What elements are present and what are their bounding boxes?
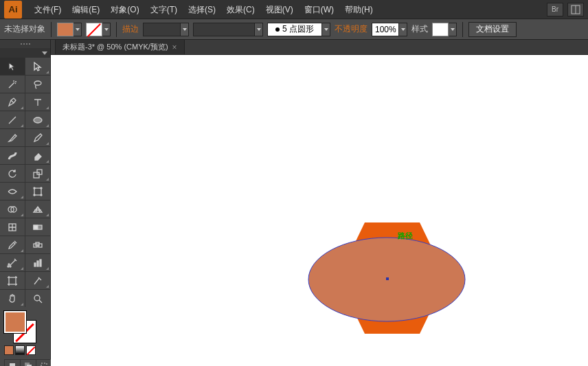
hand-tool[interactable] (0, 290, 25, 307)
svg-rect-22 (34, 263, 36, 266)
paintbrush-tool[interactable] (0, 129, 25, 146)
menu-view[interactable]: 视图(V) (260, 0, 299, 19)
chevron-down-icon (255, 23, 263, 36)
fill-stroke-control[interactable] (4, 311, 36, 343)
selection-tool[interactable] (0, 58, 25, 75)
rotate-tool[interactable] (0, 165, 25, 182)
lasso-tool[interactable] (25, 76, 50, 93)
brush-dot-icon (275, 27, 280, 32)
symbol-sprayer-tool[interactable] (0, 254, 25, 271)
direct-selection-tool[interactable] (25, 58, 50, 75)
chevron-down-icon (181, 23, 189, 36)
color-mode-gradient[interactable] (15, 345, 25, 355)
draw-normal-mode[interactable] (5, 360, 20, 366)
panel-grip-icon[interactable] (0, 40, 50, 48)
color-mode-solid[interactable] (4, 345, 14, 355)
tool-grid (0, 58, 50, 307)
menu-edit[interactable]: 编辑(E) (67, 0, 105, 19)
workspace[interactable]: 路径 (51, 55, 588, 366)
slice-tool[interactable] (25, 272, 50, 289)
svg-rect-27 (10, 363, 15, 366)
close-icon[interactable]: × (172, 43, 177, 52)
svg-point-7 (34, 187, 35, 189)
menu-file[interactable]: 文件(F) (29, 0, 67, 19)
width-tool[interactable] (0, 183, 25, 200)
svg-point-3 (34, 117, 42, 123)
pencil-tool[interactable] (25, 129, 50, 146)
artboard[interactable]: 路径 (51, 55, 588, 366)
svg-rect-4 (34, 172, 39, 178)
shape-builder-tool[interactable] (0, 201, 25, 218)
pen-tool[interactable] (0, 93, 25, 111)
menu-help[interactable]: 帮助(H) (339, 0, 378, 19)
column-graph-tool[interactable] (25, 254, 50, 271)
stroke-weight-field[interactable] (143, 23, 189, 36)
smart-guide-label: 路径 (398, 231, 413, 241)
svg-point-2 (34, 81, 41, 85)
tab-title: 未标题-3* @ 50% (CMYK/预览) (63, 42, 168, 52)
panel-collapse-icon[interactable] (0, 48, 50, 58)
svg-point-20 (10, 266, 11, 267)
svg-point-9 (34, 194, 35, 196)
opacity-field[interactable]: 100% (372, 23, 407, 36)
control-bar: 未选择对象 描边 5 点圆形 不透明度 100% 样式 文档设置 (0, 19, 588, 40)
vw-value (193, 23, 255, 36)
svg-rect-25 (9, 277, 16, 284)
bridge-button[interactable]: Br (547, 3, 563, 16)
type-tool[interactable] (25, 93, 50, 111)
draw-behind-mode[interactable] (21, 360, 36, 366)
blend-tool[interactable] (25, 236, 50, 253)
draw-inside-mode[interactable] (36, 360, 52, 366)
svg-point-26 (34, 295, 40, 301)
menu-type[interactable]: 文字(T) (145, 0, 183, 19)
chevron-down-icon (399, 23, 407, 36)
chevron-down-icon (74, 23, 82, 36)
app-logo: Ai (4, 1, 22, 19)
svg-rect-15 (34, 225, 38, 229)
magic-wand-tool[interactable] (0, 76, 25, 93)
arrange-docs-button[interactable] (567, 3, 584, 16)
menu-window[interactable]: 窗口(W) (299, 0, 339, 19)
fill-swatch[interactable] (57, 23, 82, 36)
fill-color-icon (4, 311, 26, 333)
stroke-label[interactable]: 描边 (122, 23, 139, 35)
menu-right-icons: Br (547, 3, 584, 16)
ellipse-tool[interactable] (25, 111, 50, 128)
chevron-down-icon (102, 23, 111, 36)
menu-effect[interactable]: 效果(C) (221, 0, 260, 19)
perspective-grid-tool[interactable] (25, 201, 50, 218)
color-mode-none[interactable] (26, 345, 36, 355)
zoom-tool[interactable] (25, 290, 50, 307)
menu-select[interactable]: 选择(S) (183, 0, 221, 19)
stroke-swatch[interactable] (86, 23, 111, 36)
tools-panel (0, 40, 51, 366)
artboard-tool[interactable] (0, 272, 25, 289)
line-tool[interactable] (0, 111, 25, 128)
document-setup-button[interactable]: 文档设置 (468, 22, 517, 37)
menu-bar: Ai 文件(F) 编辑(E) 对象(O) 文字(T) 选择(S) 效果(C) 视… (0, 0, 588, 19)
style-swatch[interactable] (432, 23, 457, 36)
brush-field[interactable]: 5 点圆形 (267, 23, 330, 36)
document-tab[interactable]: 未标题-3* @ 50% (CMYK/预览) × (55, 39, 185, 54)
blob-brush-tool[interactable] (0, 147, 25, 164)
svg-point-19 (8, 264, 10, 265)
eraser-tool[interactable] (25, 147, 50, 164)
mesh-tool[interactable] (0, 218, 25, 236)
chevron-down-icon (322, 23, 330, 36)
scale-tool[interactable] (25, 165, 50, 182)
gradient-tool[interactable] (25, 218, 50, 236)
eyedropper-tool[interactable] (0, 236, 25, 253)
free-transform-tool[interactable] (25, 183, 50, 200)
svg-rect-6 (34, 188, 41, 195)
center-point-icon (386, 277, 389, 280)
style-label: 样式 (411, 23, 428, 35)
menu-object[interactable]: 对象(O) (105, 0, 144, 19)
variable-width-profile[interactable] (193, 23, 263, 36)
stroke-weight-value (143, 23, 181, 36)
chevron-down-icon (449, 23, 457, 36)
selection-status: 未选择对象 (4, 23, 45, 35)
no-stroke-icon (86, 23, 102, 36)
opacity-label[interactable]: 不透明度 (335, 23, 368, 35)
svg-rect-30 (41, 363, 47, 366)
arrange-docs-icon (571, 5, 580, 14)
